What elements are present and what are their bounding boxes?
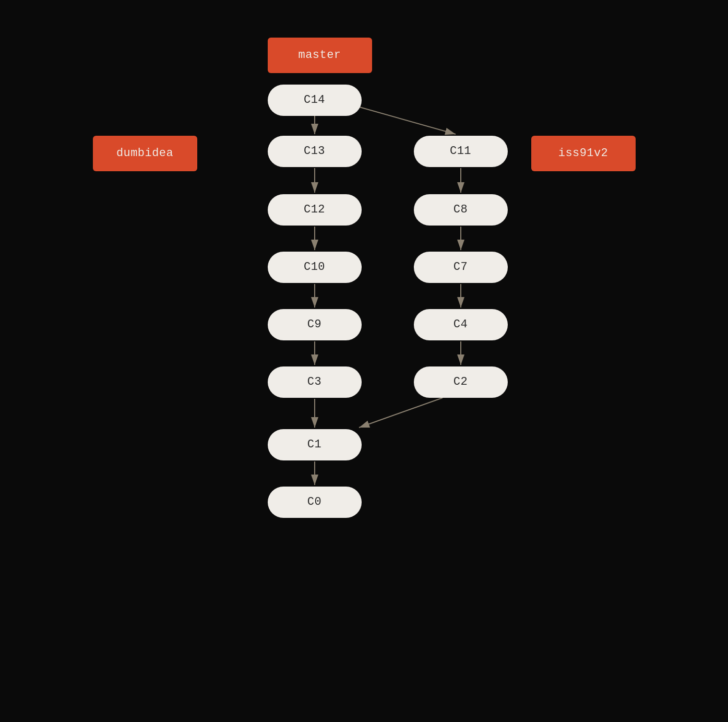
commit-C13: C13 (268, 136, 362, 167)
commit-C0-label: C0 (307, 495, 321, 508)
git-diagram: master dumbidea iss91v2 C14 C13 C11 C12 … (77, 22, 651, 701)
branch-dumbidea-label: dumbidea (116, 147, 173, 160)
commit-C2-label: C2 (453, 375, 468, 388)
commit-C13-label: C13 (304, 145, 325, 158)
commit-C14: C14 (268, 85, 362, 116)
commit-C9-label: C9 (307, 318, 321, 331)
branch-iss91v2-label: iss91v2 (558, 147, 608, 160)
branch-dumbidea: dumbidea (93, 136, 197, 171)
commit-C7-label: C7 (453, 261, 468, 274)
commit-C10-label: C10 (304, 261, 325, 274)
commit-C0: C0 (268, 487, 362, 518)
arrows-svg (77, 22, 651, 701)
commit-C3: C3 (268, 366, 362, 398)
commit-C12-label: C12 (304, 203, 325, 216)
commit-C4-label: C4 (453, 318, 468, 331)
commit-C8: C8 (414, 194, 508, 226)
commit-C9: C9 (268, 309, 362, 340)
commit-C3-label: C3 (307, 375, 321, 388)
commit-C2: C2 (414, 366, 508, 398)
commit-C11: C11 (414, 136, 508, 167)
commit-C12: C12 (268, 194, 362, 226)
branch-iss91v2: iss91v2 (531, 136, 636, 171)
commit-C14-label: C14 (304, 93, 325, 106)
branch-master-label: master (299, 49, 341, 62)
commit-C8-label: C8 (453, 203, 468, 216)
commit-C11-label: C11 (450, 145, 471, 158)
commit-C4: C4 (414, 309, 508, 340)
svg-line-12 (359, 398, 443, 428)
commit-C1: C1 (268, 429, 362, 460)
commit-C1-label: C1 (307, 438, 321, 451)
commit-C10: C10 (268, 252, 362, 283)
svg-line-2 (354, 105, 456, 134)
commit-C7: C7 (414, 252, 508, 283)
branch-master: master (268, 38, 372, 73)
